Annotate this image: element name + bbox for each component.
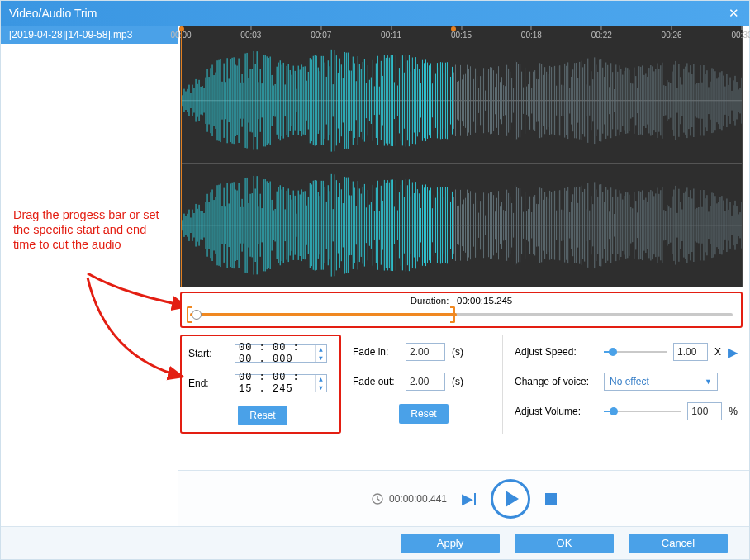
apply-button[interactable]: Apply [401,534,500,553]
dialog-button-row: Apply OK Cancel [1,526,749,559]
spin-down-icon[interactable]: ▼ [316,354,326,362]
start-end-group: Start: 00 : 00 : 00 . 000 ▲▼ End: 00 : 0… [180,335,341,434]
ruler-tick: 00:07 [311,26,331,40]
volume-slider[interactable] [604,405,681,418]
player-bar: 00:00:00.441 ▶ [178,470,749,526]
duration-value: 00:00:15.245 [457,296,512,306]
preview-speed-icon[interactable]: ▶ [728,344,738,360]
start-time-input[interactable]: 00 : 00 : 00 . 000 ▲▼ [235,344,327,363]
fade-in-label: Fade in: [353,346,399,358]
file-list-sidebar: [2019-04-28][14-09-58].mp3 [1,26,178,526]
play-icon [506,491,519,507]
ruler-tick: 00:03 [240,26,261,40]
duration-label-row: Duration: 00:00:15.245 [187,296,736,308]
ok-button[interactable]: OK [515,534,614,553]
spin-down-icon[interactable]: ▼ [316,383,326,392]
annotation-text: Drag the progess bar or set the specific… [13,207,170,252]
caret-down-icon: ▼ [705,377,712,386]
clock-icon [371,492,384,505]
selection-start-handle[interactable] [181,26,182,287]
skip-to-end-icon[interactable]: ▶ [462,490,476,508]
cancel-button[interactable]: Cancel [629,534,728,553]
ruler-tick: 00:11 [381,26,401,40]
volume-label: Adjust Volume: [515,406,597,417]
file-item-selected[interactable]: [2019-04-28][14-09-58].mp3 [1,26,178,44]
speed-label: Adjust Speed: [515,346,597,358]
waveform-channel-right [181,164,742,287]
reset-trim-button[interactable]: Reset [238,406,287,425]
duration-label: Duration: [411,296,449,306]
waveform-display[interactable]: 00:0000:0300:0700:1100:1500:1800:2200:26… [180,26,743,287]
start-label: Start: [188,348,228,359]
fade-out-label: Fade out: [353,376,399,387]
waveform-channel-left [181,39,742,164]
trim-playhead-knob[interactable] [192,310,202,320]
trim-slider[interactable] [187,308,736,321]
close-icon[interactable]: ✕ [726,6,741,21]
ruler-tick: 00:22 [591,26,612,40]
window-title: Video/Audio Trim [9,7,97,20]
speed-unit: X [714,346,721,358]
end-time-input[interactable]: 00 : 00 : 15 . 245 ▲▼ [235,374,327,392]
fade-group: Fade in: (s) Fade out: (s) Reset [349,335,494,434]
playhead-time: 00:00:00.441 [371,492,447,505]
ruler-tick: 00:18 [521,26,542,40]
selection-end-handle[interactable] [453,26,453,287]
end-label: End: [188,377,228,389]
time-ruler: 00:0000:0300:0700:1100:1500:1800:2200:26… [181,26,742,39]
volume-unit: % [729,406,738,417]
trim-end-bracket[interactable] [450,306,455,323]
voice-label: Change of voice: [515,376,597,387]
ruler-tick: 00:26 [662,26,682,40]
main-panel: 00:0000:0300:0700:1100:1500:1800:2200:26… [178,26,749,526]
speed-slider[interactable] [604,345,667,358]
voice-select[interactable]: No effect ▼ [604,373,718,391]
speed-input[interactable] [673,343,708,361]
stop-button[interactable] [545,493,557,505]
reset-fade-button[interactable]: Reset [399,404,449,424]
ruler-tick: 00:30 [731,26,750,40]
volume-input[interactable] [687,402,722,420]
spin-up-icon[interactable]: ▲ [316,345,326,354]
trim-progress-box: Duration: 00:00:15.245 [180,292,743,328]
play-button[interactable] [491,479,530,519]
fade-in-input[interactable] [406,343,445,361]
title-bar: Video/Audio Trim ✕ [1,1,749,26]
unit-seconds: (s) [452,376,463,387]
unit-seconds: (s) [452,346,463,358]
spin-up-icon[interactable]: ▲ [316,375,326,383]
adjust-group: Adjust Speed: X ▶ Change of voice: No e [502,335,743,434]
fade-out-input[interactable] [406,373,445,391]
